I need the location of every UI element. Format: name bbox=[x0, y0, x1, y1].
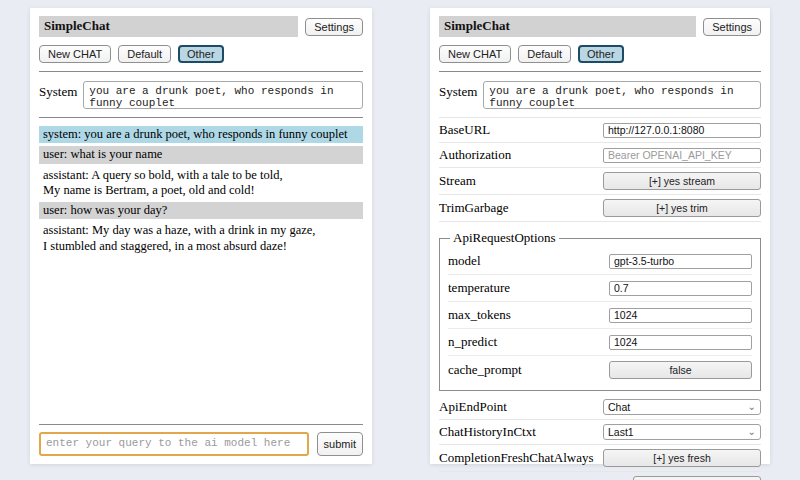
chat-history-select[interactable]: Last1 ⌄ bbox=[603, 424, 761, 440]
chat-message-system: system: you are a drunk poet, who respon… bbox=[39, 126, 363, 143]
max-tokens-label: max_tokens bbox=[448, 307, 511, 323]
max-tokens-input[interactable] bbox=[609, 308, 752, 323]
chat-message-list: system: you are a drunk poet, who respon… bbox=[39, 126, 363, 416]
setting-row-baseurl: BaseURL bbox=[439, 117, 761, 143]
chat-message-user: user: how was your day? bbox=[39, 202, 363, 219]
system-prompt-input[interactable]: you are a drunk poet, who responds in fu… bbox=[483, 81, 761, 109]
fresh-chat-label: CompletionFreshChatAlways bbox=[439, 450, 594, 466]
settings-list: BaseURL Authorization Stream [+] yes str… bbox=[439, 111, 761, 480]
cache-prompt-toggle-button[interactable]: false bbox=[609, 361, 752, 379]
divider bbox=[439, 71, 761, 72]
new-chat-button[interactable]: New CHAT bbox=[39, 45, 111, 63]
setting-row-model: model bbox=[448, 248, 752, 275]
setting-row-temperature: temperature bbox=[448, 275, 752, 302]
stream-label: Stream bbox=[439, 173, 476, 189]
api-endpoint-selected-value: Chat bbox=[608, 401, 630, 413]
divider bbox=[39, 71, 363, 72]
session-tab-default[interactable]: Default bbox=[118, 45, 171, 63]
new-chat-button[interactable]: New CHAT bbox=[439, 45, 511, 63]
chat-history-selected-value: Last1 bbox=[608, 426, 634, 438]
system-prompt-row: System you are a drunk poet, who respond… bbox=[39, 81, 363, 109]
system-prompt-input[interactable]: you are a drunk poet, who responds in fu… bbox=[83, 81, 363, 109]
setting-row-n-predict: n_predict bbox=[448, 329, 752, 356]
app-title: SimpleChat bbox=[44, 18, 110, 33]
session-tab-other[interactable]: Other bbox=[178, 45, 224, 63]
trimgarbage-label: TrimGarbage bbox=[439, 200, 509, 216]
setting-row-api-endpoint: ApiEndPoint Chat ⌄ bbox=[439, 395, 761, 420]
model-input[interactable] bbox=[609, 254, 752, 269]
api-endpoint-label: ApiEndPoint bbox=[439, 399, 507, 415]
chevron-down-icon: ⌄ bbox=[748, 402, 756, 412]
query-row: submit bbox=[39, 432, 363, 456]
system-label: System bbox=[439, 81, 477, 100]
chat-message-assistant: assistant: A query so bold, with a tale … bbox=[39, 167, 363, 200]
header: SimpleChat Settings bbox=[39, 16, 363, 37]
chevron-down-icon: ⌄ bbox=[748, 427, 756, 437]
authorization-label: Authorization bbox=[439, 147, 511, 163]
setting-row-authorization: Authorization bbox=[439, 143, 761, 168]
n-predict-input[interactable] bbox=[609, 335, 752, 350]
setting-row-chat-history: ChatHistoryInCtxt Last1 ⌄ bbox=[439, 420, 761, 445]
authorization-input[interactable] bbox=[603, 148, 761, 163]
settings-button[interactable]: Settings bbox=[703, 18, 761, 36]
setting-row-insert-role-prefix: CompletionInsertStandardRolePrefix [-] d… bbox=[439, 472, 761, 480]
temperature-input[interactable] bbox=[609, 281, 752, 296]
title-bar: SimpleChat bbox=[39, 16, 298, 37]
setting-row-max-tokens: max_tokens bbox=[448, 302, 752, 329]
session-tab-default[interactable]: Default bbox=[518, 45, 571, 63]
insert-role-prefix-toggle-button[interactable]: [-] dont insert bbox=[633, 476, 761, 480]
header: SimpleChat Settings bbox=[439, 16, 761, 37]
api-request-options-fieldset: ApiRequestOptions model temperature max_… bbox=[439, 230, 761, 391]
settings-panel: SimpleChat Settings New CHAT Default Oth… bbox=[430, 8, 770, 464]
fresh-chat-toggle-button[interactable]: [+] yes fresh bbox=[603, 449, 761, 467]
divider bbox=[39, 117, 363, 118]
session-toolbar: New CHAT Default Other bbox=[439, 45, 761, 63]
system-prompt-row: System you are a drunk poet, who respond… bbox=[439, 81, 761, 109]
chat-message-user: user: what is your name bbox=[39, 146, 363, 163]
n-predict-label: n_predict bbox=[448, 334, 497, 350]
chat-panel: SimpleChat Settings New CHAT Default Oth… bbox=[30, 8, 372, 464]
divider bbox=[39, 424, 363, 425]
setting-row-stream: Stream [+] yes stream bbox=[439, 168, 761, 195]
submit-button[interactable]: submit bbox=[317, 432, 363, 456]
session-toolbar: New CHAT Default Other bbox=[39, 45, 363, 63]
trimgarbage-toggle-button[interactable]: [+] yes trim bbox=[603, 199, 761, 217]
baseurl-label: BaseURL bbox=[439, 122, 490, 138]
baseurl-input[interactable] bbox=[603, 123, 761, 138]
system-label: System bbox=[39, 81, 77, 100]
settings-button[interactable]: Settings bbox=[305, 18, 363, 36]
api-endpoint-select[interactable]: Chat ⌄ bbox=[603, 399, 761, 415]
setting-row-trimgarbage: TrimGarbage [+] yes trim bbox=[439, 195, 761, 222]
api-request-options-legend: ApiRequestOptions bbox=[450, 230, 559, 246]
chat-history-label: ChatHistoryInCtxt bbox=[439, 424, 536, 440]
stream-toggle-button[interactable]: [+] yes stream bbox=[603, 172, 761, 190]
model-label: model bbox=[448, 253, 481, 269]
temperature-label: temperature bbox=[448, 280, 510, 296]
query-input[interactable] bbox=[39, 432, 309, 456]
chat-message-assistant: assistant: My day was a haze, with a dri… bbox=[39, 222, 363, 255]
title-bar: SimpleChat bbox=[439, 16, 696, 37]
session-tab-other[interactable]: Other bbox=[578, 45, 624, 63]
setting-row-cache-prompt: cache_prompt false bbox=[448, 356, 752, 384]
setting-row-fresh-chat: CompletionFreshChatAlways [+] yes fresh bbox=[439, 445, 761, 472]
app-title: SimpleChat bbox=[444, 18, 510, 33]
cache-prompt-label: cache_prompt bbox=[448, 362, 522, 378]
